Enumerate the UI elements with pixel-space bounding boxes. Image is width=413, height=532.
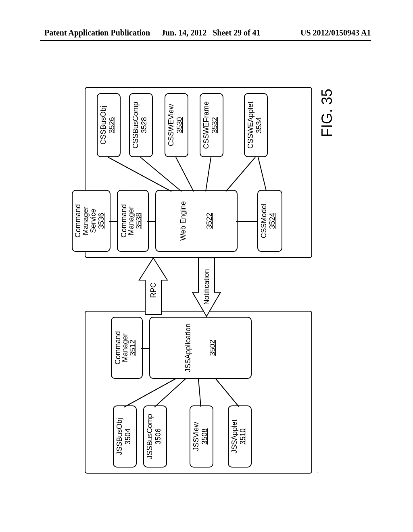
css-swe-applet-num: 3534 — [255, 94, 265, 156]
jss-bus-comp-num: 3506 — [154, 406, 164, 467]
cmd-mgr-svc-num: 3536 — [97, 191, 107, 251]
css-swe-view-title: CSSWEView — [165, 94, 175, 156]
header-date-sheet: Jun. 14, 2012 Sheet 29 of 41 — [161, 28, 261, 37]
jss-bus-obj-title: JSSBusObj — [114, 406, 124, 467]
css-swe-frame-title: CSSWEFrame — [200, 94, 211, 156]
css-bus-obj: CSSBusObj 3526 — [97, 93, 121, 157]
notification-label: Notification — [202, 265, 211, 309]
jss-bus-comp-title: JSSBusComp — [144, 406, 154, 467]
rpc-label: RPC — [149, 278, 158, 302]
jss-cmd-mgr-num: 3512 — [129, 318, 139, 378]
jss-app-num: 3502 — [209, 318, 219, 378]
css-bus-comp-num: 3528 — [140, 94, 150, 156]
diagram-stage: JSSBusObj 3504 JSSBusComp 3506 JSSView 3… — [56, 208, 413, 482]
css-model-title: CSSModel — [258, 191, 268, 251]
jss-bus-obj: JSSBusObj 3504 — [113, 405, 137, 468]
css-swe-view-num: 3530 — [175, 94, 186, 156]
scan-noise: · · · — [315, 470, 319, 477]
header-rule — [40, 40, 371, 41]
css-swe-view: CSSWEView 3530 — [165, 93, 188, 157]
web-engine-title: Web Engine — [177, 191, 188, 251]
server-command-manager: Command Manager 3538 — [117, 190, 149, 252]
css-bus-comp-title: CSSBusComp — [130, 94, 140, 156]
header-date: Jun. 14, 2012 — [161, 28, 206, 37]
css-model-num: 3524 — [268, 191, 278, 251]
css-model: CSSModel 3524 — [257, 190, 282, 252]
jss-view-num: 3508 — [200, 406, 211, 467]
srv-cmd-mgr-title: Command Manager — [118, 191, 135, 251]
command-manager-service: Command Manager Service 3536 — [72, 190, 111, 252]
jss-bus-comp: JSSBusComp 3506 — [143, 405, 167, 468]
css-bus-obj-title: CSSBusObj — [98, 94, 108, 156]
header-left: Patent Application Publication — [44, 28, 150, 37]
jss-command-manager: Command Manager 3512 — [111, 317, 143, 379]
jss-applet: JSSApplet 3510 — [228, 405, 252, 468]
css-swe-frame: CSSWEFrame 3532 — [200, 93, 223, 157]
web-engine-num: 3522 — [205, 191, 215, 251]
header-sheet: Sheet 29 of 41 — [213, 28, 260, 37]
css-swe-applet: CSSWEApplet 3534 — [244, 93, 268, 157]
jss-applet-title: JSSApplet — [229, 406, 239, 467]
jss-cmd-mgr-title: Command Manager — [112, 318, 129, 378]
css-swe-frame-num: 3532 — [211, 94, 221, 156]
css-bus-obj-num: 3526 — [108, 94, 118, 156]
jss-applet-num: 3510 — [239, 406, 249, 467]
header-pubno: US 2012/0150943 A1 — [300, 28, 371, 37]
jss-view: JSSView 3508 — [190, 405, 213, 468]
jss-application: JSSApplication 3502 — [149, 317, 252, 379]
srv-cmd-mgr-num: 3538 — [135, 191, 145, 251]
cmd-mgr-svc-title: Command Manager Service — [73, 191, 97, 251]
css-swe-applet-title: CSSWEApplet — [245, 94, 255, 156]
css-bus-comp: CSSBusComp 3528 — [129, 93, 153, 157]
jss-bus-obj-num: 3504 — [124, 406, 134, 467]
jss-app-title: JSSApplication — [182, 318, 192, 378]
figure-label: FIG. 35 — [319, 89, 336, 137]
web-engine: Web Engine 3522 — [155, 190, 238, 252]
jss-view-title: JSSView — [190, 406, 200, 467]
